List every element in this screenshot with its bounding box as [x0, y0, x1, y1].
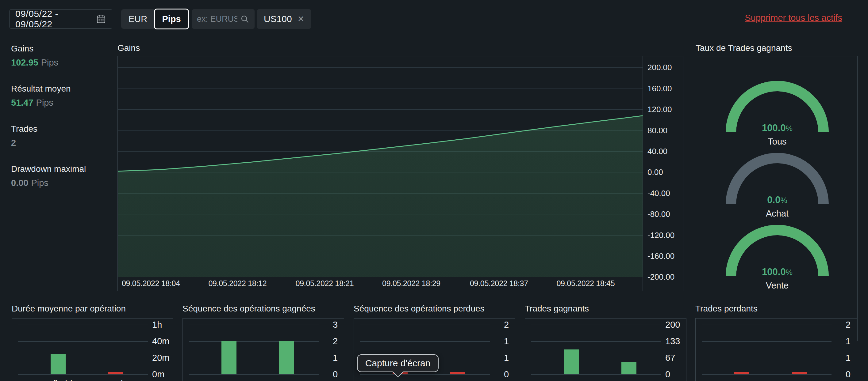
mini-gridline [531, 341, 661, 342]
mini-tick-label: 2 [333, 336, 338, 346]
gauge-vente: 100.0%Vente [719, 223, 836, 291]
mini-category-label: Max [716, 379, 768, 381]
mini-chart-title: Trades gagnants [525, 304, 686, 314]
mini-chart-0: Durée moyenne par opération1h40m20m0mPro… [12, 304, 173, 381]
stat-unit: Pips [41, 58, 58, 67]
stat-value: 51.47 [11, 98, 33, 107]
calendar-icon[interactable] [96, 13, 106, 25]
gauge-percent: 100.0% [719, 123, 836, 134]
mini-bar-max [221, 341, 237, 374]
stat-block: Gains102.95Pips [11, 44, 112, 68]
mini-chart-plot: 1h40m20m0mProfitablePerdu [12, 318, 173, 381]
currency-eur-button[interactable]: EUR [121, 9, 155, 29]
y-tick-label: -40.00 [648, 189, 670, 198]
mini-gridline [18, 374, 148, 375]
mini-bar-moy [621, 362, 637, 375]
y-tick-label: 200.00 [648, 63, 672, 72]
stat-value-row: 51.47Pips [11, 98, 112, 108]
y-tick-label: 80.00 [648, 126, 668, 135]
stat-block: Drawdown maximal0.00Pips [11, 164, 112, 188]
date-range-picker[interactable]: 09/05/22 - 09/05/22 [9, 9, 112, 29]
mini-tick-label: 133 [665, 336, 680, 346]
unit-pips-button[interactable]: Pips [154, 8, 189, 29]
mini-category-label: Max [545, 379, 597, 381]
y-tick-label: -120.00 [648, 231, 675, 240]
mini-category-label: Moy [603, 379, 655, 381]
stat-label: Gains [11, 44, 112, 54]
mini-tick-label: 200 [665, 320, 680, 330]
mini-category-label: Max [374, 379, 426, 381]
stat-unit: Pips [31, 178, 48, 188]
gauge-arc: 100.0% [719, 223, 836, 278]
stat-block: Trades2 [11, 124, 112, 148]
mini-category-label: Moy [260, 379, 313, 381]
mini-bar-moy [450, 372, 465, 374]
mini-tick-label: 2 [846, 320, 850, 330]
mini-chart-plot: 2110MaxMoy [695, 318, 857, 381]
mini-tick-label: 0 [665, 369, 680, 379]
y-tick-label: -200.00 [648, 272, 675, 282]
mini-chart-plot: 3210MaxMoy [183, 318, 344, 381]
mini-chart-3: Trades gagnants200133670MaxMoy [525, 304, 686, 381]
stat-label: Drawdown maximal [11, 164, 112, 174]
x-tick-label: 09.05.2022 18:12 [208, 279, 267, 288]
x-tick-label: 09.05.2022 18:04 [122, 279, 180, 288]
y-tick-label: 120.00 [648, 105, 672, 114]
stat-divider [11, 76, 112, 76]
gains-plot-area [118, 56, 643, 291]
mini-gridline [702, 374, 832, 375]
y-tick-label: 40.00 [648, 147, 668, 156]
gauge-tous: 100.0%Tous [719, 80, 836, 147]
mini-chart-4: Trades perdants2110MaxMoy [695, 304, 857, 381]
mini-chart-plot: 200133670MaxMoy [525, 318, 686, 381]
y-tick-label: 160.00 [648, 84, 672, 94]
mini-tick-label: 1 [504, 353, 509, 363]
mini-tick-label: 0 [333, 369, 338, 379]
remove-all-assets-link[interactable]: Supprimer tous les actifs [745, 13, 842, 23]
mini-tick-label: 20m [152, 353, 167, 363]
mini-chart-title: Séquence des opérations perdues [354, 304, 515, 314]
screenshot-tooltip: Capture d'écran [357, 354, 439, 372]
mini-tick-label: 1h [152, 320, 167, 330]
mini-gridline [189, 358, 319, 358]
mini-category-label: Moy [773, 379, 825, 381]
y-tick-label: -80.00 [648, 209, 670, 219]
mini-gridline [189, 341, 319, 342]
mini-gridline [360, 374, 490, 375]
mini-tick-label: 40m [152, 336, 167, 346]
gauge-label: Tous [719, 137, 836, 147]
search-icon[interactable] [240, 14, 250, 24]
asset-search-input[interactable] [197, 14, 238, 24]
asset-search[interactable] [192, 9, 255, 29]
x-tick-label: 09.05.2022 18:37 [470, 279, 528, 288]
mini-tick-label: 2 [504, 320, 509, 330]
mini-bar-profitable [51, 354, 66, 375]
gauge-percent: 100.0% [719, 267, 836, 277]
mini-category-label: Moy [432, 379, 484, 381]
win-rate-title: Taux de Trades gagnants [695, 43, 792, 53]
mini-tick-label: 1 [333, 353, 338, 363]
stat-divider [11, 116, 112, 116]
x-tick-label: 09.05.2022 18:29 [382, 279, 440, 288]
mini-bar-perdu [108, 372, 123, 374]
mini-gridline [702, 341, 832, 342]
mini-category-label: Perdu [90, 379, 142, 381]
mini-chart-1: Séquence des opérations gagnées3210MaxMo… [183, 304, 344, 381]
mini-gridline [531, 374, 661, 375]
mini-tick-label: 3 [333, 320, 338, 330]
mini-tick-label: 1 [846, 353, 850, 363]
stat-value-row: 0.00Pips [11, 178, 112, 188]
gauge-label: Vente [719, 281, 836, 291]
mini-gridline [18, 341, 148, 342]
mini-gridline [531, 358, 661, 358]
mini-chart-title: Séquence des opérations gagnées [183, 304, 344, 314]
mini-gridline [189, 374, 319, 375]
gains-chart-title: Gains [118, 43, 140, 53]
stat-divider [11, 156, 112, 156]
chip-close-icon[interactable]: ✕ [298, 15, 305, 23]
gauge-label: Achat [719, 209, 836, 219]
stat-label: Trades [11, 124, 112, 134]
mini-bar-moy [279, 341, 294, 374]
y-tick-label: -160.00 [648, 251, 675, 261]
stat-value-row: 102.95Pips [11, 58, 112, 68]
